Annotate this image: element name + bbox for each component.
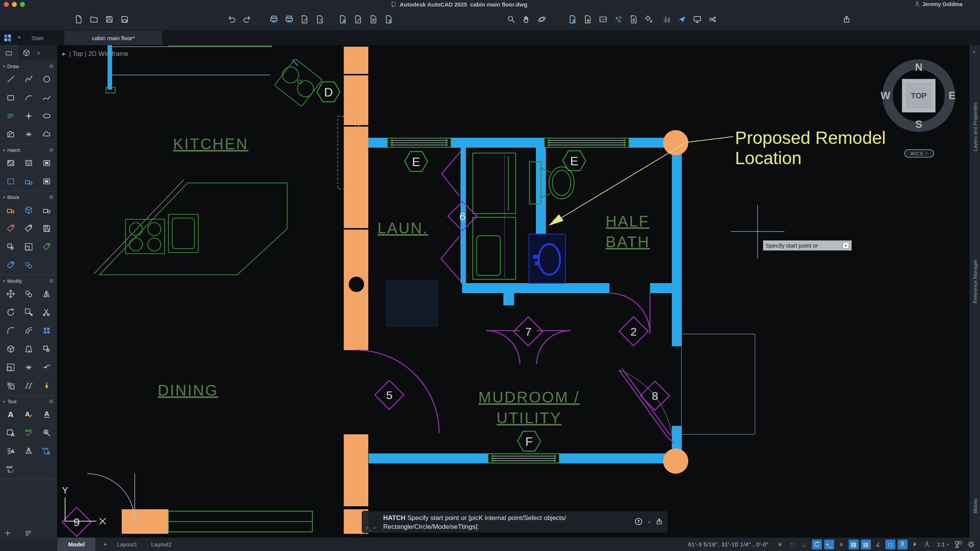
collapse-triangle-icon[interactable]: ▾ — [3, 195, 5, 199]
drawing-canvas[interactable]: D E E F 6 7 2 5 8 9 KITCHEN LAUN. HALF — [57, 45, 969, 538]
offset-tool[interactable] — [21, 324, 36, 337]
undo-button[interactable] — [226, 13, 238, 25]
hatch-gradient-tool[interactable] — [39, 156, 54, 170]
orbit-button[interactable] — [536, 13, 548, 25]
share-view-button[interactable] — [337, 13, 349, 25]
edit-attribute-tool[interactable] — [3, 222, 18, 235]
blend-curves-tool[interactable] — [21, 379, 36, 392]
multiline-tool[interactable] — [3, 109, 18, 122]
define-attribute-tool[interactable] — [21, 240, 36, 253]
lengthen-tool[interactable] — [39, 379, 54, 392]
move-tool[interactable] — [3, 287, 18, 300]
command-history-caret-icon[interactable]: ▾ — [374, 526, 376, 531]
viewcube-north[interactable]: N — [915, 62, 923, 73]
polygon-tool[interactable] — [3, 128, 18, 141]
find-replace-tool[interactable]: A — [39, 426, 54, 439]
palette-header-block[interactable]: ▾Block — [0, 191, 57, 203]
etransmit-button[interactable] — [628, 13, 640, 25]
region-tool[interactable] — [21, 175, 36, 188]
gear-icon[interactable] — [49, 278, 54, 284]
transparency-toggle[interactable]: ▨ — [849, 540, 859, 549]
collapse-triangle-icon[interactable]: ▾ — [3, 279, 5, 283]
viewcube-south[interactable]: S — [915, 119, 922, 130]
publish-button[interactable] — [383, 13, 395, 25]
command-line-dock[interactable]: HATCH Specify start point or [picK inter… — [362, 511, 668, 533]
zoom-button[interactable] — [20, 2, 25, 7]
palette-header-draw[interactable]: ▾Draw — [0, 60, 57, 72]
print-button[interactable] — [268, 13, 280, 25]
insert-block-tool[interactable] — [3, 204, 18, 217]
text-columns-tool[interactable]: A — [3, 445, 18, 458]
match-properties-tool[interactable] — [3, 379, 18, 392]
tab-layout1[interactable]: Layout1 — [110, 541, 144, 548]
hatch-tool[interactable] — [3, 156, 18, 170]
new-drawing-tab-button[interactable]: + — [18, 34, 26, 42]
snap-mode-toggle[interactable]: ∷ — [787, 540, 797, 549]
strip-tab-reference-manager[interactable]: Reference Manager — [972, 259, 978, 303]
command-prompt[interactable]: >_ ▾ — [366, 525, 375, 531]
line-tool[interactable] — [3, 73, 18, 86]
pdf-markup-tool[interactable]: PDF — [3, 463, 18, 476]
viewcube-east[interactable]: E — [949, 90, 956, 102]
mirror-tool[interactable] — [39, 287, 54, 300]
explode-tool[interactable] — [3, 342, 18, 355]
palette-tab-2d[interactable] — [0, 45, 18, 60]
isometric-drafting-toggle[interactable]: ∠ — [873, 540, 883, 549]
pan-button[interactable] — [521, 13, 532, 25]
tag-attribute-tool[interactable] — [21, 222, 36, 235]
save-button[interactable] — [103, 13, 115, 25]
revision-cloud-tool[interactable] — [39, 128, 54, 141]
external-reference-button[interactable] — [707, 13, 719, 25]
command-collapse-icon[interactable]: ▴ — [648, 520, 650, 523]
wipeout-tool[interactable] — [39, 175, 54, 188]
arc-tool[interactable] — [21, 91, 36, 104]
autosnap-markers-toggle[interactable] — [898, 540, 908, 549]
tab-cabin-main-floor[interactable]: cabin main floor* — [64, 31, 162, 45]
strip-tab-layers-and-properties[interactable]: Layers and Properties — [972, 103, 978, 151]
break-tool[interactable] — [21, 361, 36, 374]
viewcube-top-face[interactable]: TOP — [902, 79, 936, 112]
trim-tool[interactable] — [39, 306, 54, 319]
fillet-tool[interactable] — [3, 324, 18, 337]
polar-tracking-toggle[interactable] — [812, 540, 822, 549]
field-button[interactable] — [582, 13, 594, 25]
spline-tool[interactable] — [39, 91, 54, 104]
rectangle-tool[interactable] — [3, 91, 18, 104]
ray-tool[interactable] — [21, 109, 36, 122]
attach-image-button[interactable] — [597, 13, 609, 25]
divide-tool[interactable] — [21, 128, 36, 141]
palette-header-hatch[interactable]: ▾Hatch — [0, 144, 57, 156]
align-tool[interactable] — [21, 342, 36, 355]
ortho-mode-toggle[interactable]: ∟ — [800, 540, 810, 549]
command-help-button[interactable]: ? — [634, 517, 643, 526]
boundary-tool[interactable] — [3, 175, 18, 188]
rotate-tool[interactable] — [3, 306, 18, 319]
text-style-tool[interactable]: A — [39, 408, 54, 421]
save-block-tool[interactable] — [39, 222, 54, 235]
ellipse-tool[interactable] — [39, 109, 54, 122]
polyline-tool[interactable] — [21, 73, 36, 86]
edit-text-tool[interactable]: A — [21, 408, 36, 421]
tab-start[interactable]: Start — [31, 35, 44, 41]
batch-plot-button[interactable] — [368, 13, 379, 25]
gear-icon[interactable] — [49, 399, 54, 404]
lineweight-toggle[interactable]: ≡ — [836, 540, 846, 549]
object-snap-toggle[interactable]: □ — [885, 540, 895, 549]
user-account[interactable]: Jeremy Goldma — [914, 1, 980, 7]
create-block-tool[interactable] — [21, 204, 36, 217]
attribute-display-tool[interactable] — [3, 259, 18, 272]
snap-override-toggle[interactable] — [910, 540, 920, 549]
copy-tool[interactable] — [21, 287, 36, 300]
viewcube-west[interactable]: W — [880, 90, 890, 102]
hatch-pattern-tool[interactable] — [21, 156, 36, 170]
export-dwf-button[interactable] — [352, 13, 364, 25]
edit-block-tool[interactable] — [39, 204, 54, 217]
workspace-switching-button[interactable] — [954, 540, 964, 549]
dynamic-ucs-toggle[interactable] — [922, 540, 932, 549]
open-file-button[interactable] — [88, 13, 100, 25]
text-mask-tool[interactable]: A — [21, 445, 36, 458]
gear-icon[interactable] — [49, 147, 54, 153]
command-text[interactable]: HATCH Specify start point or [picK inter… — [383, 514, 566, 531]
markup-button[interactable] — [612, 13, 624, 25]
tab-layout2[interactable]: Layout2 — [144, 541, 178, 548]
